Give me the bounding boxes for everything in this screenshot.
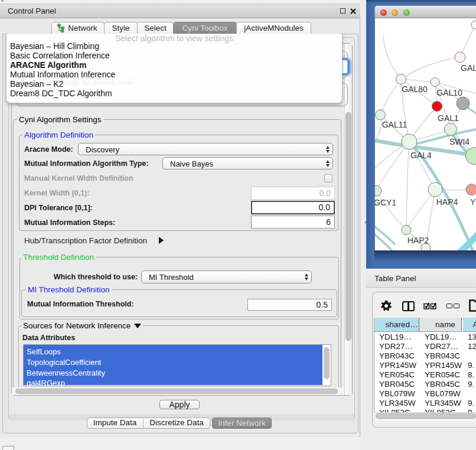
svg-text:GAL10: GAL10: [436, 88, 462, 97]
svg-text:HAP4: HAP4: [436, 197, 458, 207]
svg-text:GAL1: GAL1: [438, 113, 459, 123]
svg-text:Y: Y: [470, 197, 476, 207]
svg-text:GAL7: GAL7: [461, 63, 476, 73]
svg-text:GAL4: GAL4: [410, 151, 432, 160]
svg-text:SWI4: SWI4: [449, 137, 470, 146]
svg-text:GCY1: GCY1: [375, 198, 396, 207]
svg-text:HAP2: HAP2: [407, 236, 429, 245]
svg-text:GAL80: GAL80: [402, 84, 428, 94]
svg-text:GAL11: GAL11: [382, 120, 407, 129]
